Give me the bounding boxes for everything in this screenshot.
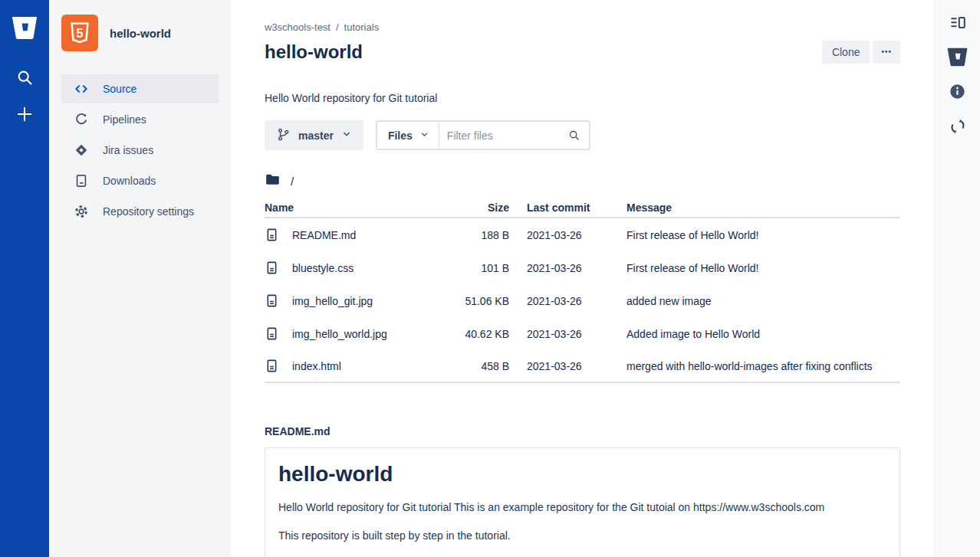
- readme-file-label: README.md: [265, 425, 900, 437]
- page-title: hello-world: [265, 41, 363, 63]
- column-header-name: Name: [265, 202, 456, 214]
- downloads-icon: [74, 173, 89, 188]
- table-row: bluestyle.css 101 B 2021-03-26 First rel…: [265, 251, 900, 284]
- repo-navigation: Source Pipelines Jira issues: [61, 74, 219, 228]
- repository-sidebar: 5 hello-world Source Pipelines: [49, 0, 231, 557]
- table-header: Name Size Last commit Message: [265, 198, 900, 218]
- commit-date-link[interactable]: 2021-03-26: [527, 262, 582, 274]
- file-size: 188 B: [456, 229, 509, 241]
- filter-scope-select[interactable]: Files: [377, 122, 439, 149]
- sidebar-item-repository-settings[interactable]: Repository settings: [61, 197, 219, 226]
- commit-message: merged with hello-world-images after fix…: [626, 360, 900, 372]
- sync-icon: [949, 117, 967, 138]
- branch-name: master: [298, 129, 334, 142]
- file-link[interactable]: img_hello_git.jpg: [292, 295, 373, 307]
- folder-icon: [265, 172, 281, 191]
- file-link[interactable]: README.md: [292, 229, 356, 241]
- file-icon: [265, 293, 279, 308]
- commit-date-link[interactable]: 2021-03-26: [527, 328, 582, 340]
- breadcrumb: w3schools-test / tutorials: [265, 21, 900, 33]
- sidebar-item-label: Source: [103, 83, 136, 95]
- sidebar-item-label: Pipelines: [103, 113, 146, 126]
- more-actions-button[interactable]: •••: [873, 41, 900, 64]
- column-header-message: Message: [626, 202, 900, 214]
- commit-date-link[interactable]: 2021-03-26: [527, 360, 582, 372]
- main-content: w3schools-test / tutorials hello-world C…: [231, 0, 934, 557]
- file-size: 40.62 KB: [456, 328, 509, 340]
- commit-date-link[interactable]: 2021-03-26: [527, 295, 582, 307]
- git-branch-icon: [276, 127, 291, 144]
- filter-scope-label: Files: [388, 129, 413, 142]
- commit-message: added new image: [626, 295, 900, 307]
- sidebar-item-source[interactable]: Source: [61, 74, 219, 103]
- file-size: 101 B: [456, 262, 509, 274]
- bitbucket-app-button[interactable]: [945, 45, 971, 71]
- table-row: img_hello_world.jpg 40.62 KB 2021-03-26 …: [265, 317, 900, 350]
- jira-icon: [74, 143, 89, 158]
- title-actions: Clone •••: [822, 41, 900, 64]
- pipelines-icon: [74, 112, 89, 127]
- plus-icon: [15, 104, 35, 126]
- readme-paragraph: Hello World repository for Git tutorial …: [278, 500, 886, 515]
- source-toolbar: master Files: [265, 120, 900, 150]
- sidebar-item-pipelines[interactable]: Pipelines: [61, 105, 219, 134]
- breadcrumb-separator: /: [336, 21, 339, 33]
- commit-message: First release of Hello World!: [626, 262, 900, 274]
- chevron-down-icon: [341, 129, 352, 142]
- global-search-button[interactable]: [9, 63, 40, 93]
- commit-date-link[interactable]: 2021-03-26: [527, 229, 582, 241]
- sidebar-item-label: Jira issues: [103, 144, 153, 156]
- sidebar-item-downloads[interactable]: Downloads: [61, 166, 219, 195]
- file-icon: [265, 260, 279, 275]
- column-header-last-commit: Last commit: [509, 202, 626, 214]
- repo-avatar-html5-icon[interactable]: 5: [61, 15, 98, 51]
- readme-paragraph: This repository is built step by step in…: [278, 529, 886, 543]
- file-filter-box: Files: [376, 120, 590, 150]
- filter-files-input[interactable]: [439, 129, 567, 142]
- info-icon: [948, 82, 967, 103]
- bitbucket-mark-icon: [947, 48, 968, 69]
- global-navigation: [0, 0, 49, 557]
- breadcrumb-project-link[interactable]: tutorials: [344, 21, 380, 33]
- commit-message: Added image to Hello World: [626, 328, 900, 340]
- svg-text:5: 5: [77, 27, 84, 40]
- readme-title: hello-world: [278, 462, 886, 487]
- sync-button[interactable]: [945, 114, 971, 140]
- file-icon: [265, 228, 279, 242]
- repo-header: 5 hello-world: [61, 15, 219, 51]
- repo-description: Hello World repository for Git tutorial: [265, 92, 900, 104]
- path-label: /: [291, 175, 294, 188]
- details-panel-button[interactable]: [945, 11, 971, 37]
- bitbucket-home-button[interactable]: [9, 14, 40, 44]
- details-panel-icon: [949, 14, 967, 34]
- sidebar-item-label: Repository settings: [103, 205, 194, 218]
- file-size: 458 B: [456, 360, 509, 372]
- sidebar-item-label: Downloads: [103, 175, 156, 187]
- search-icon: [15, 67, 35, 90]
- sidebar-item-jira-issues[interactable]: Jira issues: [61, 136, 219, 165]
- table-row: index.html 458 B 2021-03-26 merged with …: [265, 350, 900, 383]
- file-link[interactable]: img_hello_world.jpg: [292, 328, 387, 340]
- readme-preview: hello-world Hello World repository for G…: [265, 447, 900, 557]
- file-table: Name Size Last commit Message README.md …: [265, 198, 900, 383]
- info-button[interactable]: [945, 80, 971, 106]
- file-link[interactable]: index.html: [292, 360, 341, 372]
- clone-button[interactable]: Clone: [822, 41, 870, 64]
- file-icon: [265, 326, 279, 341]
- breadcrumb-workspace-link[interactable]: w3schools-test: [265, 21, 331, 33]
- repo-name: hello-world: [110, 27, 171, 40]
- bitbucket-logo-icon: [12, 16, 38, 42]
- table-row: README.md 188 B 2021-03-26 First release…: [265, 218, 900, 251]
- right-rail: [934, 0, 980, 557]
- search-icon: [567, 129, 580, 142]
- column-header-size: Size: [456, 202, 509, 214]
- commit-message: First release of Hello World!: [626, 229, 900, 241]
- table-row: img_hello_git.jpg 51.06 KB 2021-03-26 ad…: [265, 284, 900, 317]
- current-path: /: [265, 172, 900, 191]
- settings-gear-icon: [74, 204, 89, 219]
- code-icon: [74, 81, 89, 97]
- branch-selector[interactable]: master: [265, 120, 363, 150]
- file-size: 51.06 KB: [456, 295, 509, 307]
- file-link[interactable]: bluestyle.css: [292, 262, 354, 274]
- create-button[interactable]: [9, 100, 40, 130]
